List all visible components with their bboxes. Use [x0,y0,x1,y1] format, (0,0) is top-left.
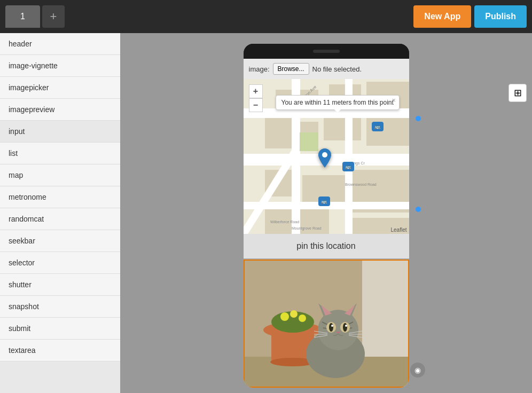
grid-icon: ⊞ [514,87,522,99]
svg-point-36 [280,312,289,321]
phone-top-bar [244,44,409,59]
svg-text:Brownswood Road: Brownswood Road [345,183,377,186]
map-bus-icon-3: 🚌 [372,122,384,131]
svg-rect-19 [300,132,318,151]
topbar: 1 + New App Publish [0,0,532,33]
canvas-area: ◉ ◉ image: Browse... No file [120,33,532,393]
main-layout: header image-vignette imagepicker imagep… [0,33,532,393]
sidebar-item-snapshot[interactable]: snapshot [0,296,120,318]
svg-text:Wilberforce Road: Wilberforce Road [270,220,299,224]
sidebar-item-input[interactable]: input [0,121,120,143]
svg-point-53 [331,325,333,327]
map-bus-icon-2: 🚌 [318,196,330,206]
svg-point-38 [299,315,306,322]
publish-button[interactable]: Publish [474,5,527,28]
sidebar-item-header[interactable]: header [0,33,120,55]
browse-button[interactable]: Browse... [273,63,309,75]
map-pin [318,148,331,171]
sidebar-item-randomcat[interactable]: randomcat [0,208,120,230]
map-controls: + − [249,84,263,112]
sidebar-item-metronome[interactable]: metronome [0,186,120,208]
map-tooltip-text: You are within 11 meters from this point [281,99,394,106]
sidebar-item-map[interactable]: map [0,164,120,186]
svg-point-54 [345,325,347,327]
phone-frame: image: Browse... No file selected. [244,44,409,388]
pin-location-button[interactable]: pin this location [244,234,409,260]
grid-icon-button[interactable]: ⊞ [508,84,527,102]
svg-point-28 [322,152,327,158]
svg-text:Mountgrove Road: Mountgrove Road [292,226,322,231]
new-app-button[interactable]: New App [413,5,471,28]
map-zoom-out-button[interactable]: − [249,98,263,112]
cat-image-svg [245,261,409,388]
map-bus-icon-1: 🚌 [342,162,354,171]
sidebar-item-list[interactable]: list [0,143,120,164]
phone-content: image: Browse... No file selected. [244,59,409,388]
map-tooltip: You are within 11 meters from this point… [276,95,400,110]
sidebar-item-submit[interactable]: submit [0,318,120,340]
svg-point-51 [329,323,333,332]
image-label: image: [249,65,270,73]
phone-speaker [313,50,340,53]
sidebar-item-selector[interactable]: selector [0,252,120,274]
sound-icon-right[interactable]: ◉ [410,363,425,378]
sidebar-item-image-vignette[interactable]: image-vignette [0,55,120,77]
cat-image-area [244,260,409,388]
tab-add-button[interactable]: + [42,5,65,28]
map-container[interactable]: Myddleton Ave Heron Drive Brownswood Roa… [244,79,409,234]
sound-icon-right-glyph: ◉ [414,366,421,374]
tab-1[interactable]: 1 [5,5,40,28]
sidebar-item-imagepicker[interactable]: imagepicker [0,77,120,99]
sidebar: header image-vignette imagepicker imagep… [0,33,120,393]
map-zoom-in-button[interactable]: + [249,84,263,98]
no-file-label: No file selected. [312,65,362,73]
sidebar-item-seekbar[interactable]: seekbar [0,230,120,252]
map-tooltip-close-button[interactable]: × [392,97,396,104]
leaflet-attribution: Leaflet [390,227,406,233]
svg-point-37 [290,310,298,318]
sidebar-item-shutter[interactable]: shutter [0,274,120,296]
image-picker-bar: image: Browse... No file selected. [244,59,409,79]
sidebar-item-imagepreview[interactable]: imagepreview [0,99,120,121]
svg-rect-4 [265,116,292,148]
svg-point-52 [343,323,347,332]
sidebar-item-textarea[interactable]: textarea [0,340,120,361]
